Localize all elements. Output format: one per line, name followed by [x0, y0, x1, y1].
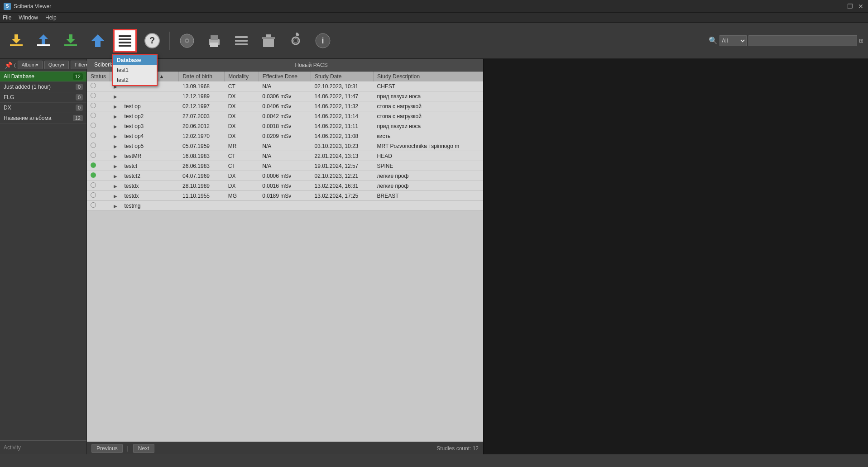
sidebar-badge-all: 12: [73, 73, 83, 80]
delete-button[interactable]: [257, 29, 280, 52]
svg-text:?: ?: [149, 35, 155, 45]
expand-icon[interactable]: ▶: [114, 154, 117, 159]
table-row[interactable]: ▶ test op 02.12.1997 DX 0.0406 mSv 14.06…: [87, 101, 483, 111]
col-dob[interactable]: Date of birth: [179, 71, 225, 81]
col-study-desc[interactable]: Study Description: [374, 71, 483, 81]
title-bar: S Sciberia Viewer — ❐ ✕: [0, 0, 868, 13]
cell-status: [87, 131, 110, 141]
expand-icon[interactable]: ▶: [114, 104, 117, 109]
col-study-date[interactable]: Study Date: [311, 71, 374, 81]
cell-expand[interactable]: ▶: [110, 201, 121, 211]
cell-study-desc: CHEST: [374, 81, 483, 91]
sidebar-item-flg[interactable]: FLG 0: [0, 92, 86, 103]
cell-study-date: 13.02.2024, 17:25: [311, 191, 374, 201]
cell-name: test op5: [121, 141, 179, 151]
col-modality[interactable]: Modality: [225, 71, 259, 81]
menu-bar: File Window Help: [0, 13, 868, 23]
album-filter-button[interactable]: Album▾: [18, 61, 43, 69]
expand-icon[interactable]: ▶: [114, 124, 117, 129]
expand-icon[interactable]: ▶: [114, 184, 117, 189]
sidebar-item-dx[interactable]: DX 0: [0, 103, 86, 113]
expand-icon[interactable]: ▶: [114, 164, 117, 169]
cell-expand[interactable]: ▶: [110, 181, 121, 191]
download-green-button[interactable]: [59, 29, 82, 52]
query-filter-button[interactable]: Query▾: [44, 61, 69, 69]
db-item-test2[interactable]: test2: [113, 75, 157, 85]
expand-icon[interactable]: ▶: [114, 174, 117, 179]
settings-button[interactable]: [284, 29, 307, 52]
menu-help[interactable]: Help: [45, 14, 57, 21]
search-filter-select[interactable]: All: [719, 35, 747, 46]
sidebar-item-album[interactable]: Название альбома 12: [0, 113, 86, 124]
upload-button[interactable]: [32, 29, 55, 52]
info-button[interactable]: i: [311, 29, 335, 52]
expand-icon[interactable]: ▶: [114, 114, 117, 119]
menu-file[interactable]: File: [3, 14, 11, 21]
expand-icon[interactable]: ▶: [114, 144, 117, 149]
cell-name: test op4: [121, 131, 179, 141]
print-button[interactable]: [202, 29, 226, 52]
sidebar-item-all-database[interactable]: All Database 12: [0, 71, 86, 82]
patient-table: Status Patient Name ▲ Date of birth Moda…: [87, 71, 483, 211]
cell-study-desc: HEAD: [374, 151, 483, 161]
help-button[interactable]: ?: [140, 29, 164, 52]
download-button[interactable]: [5, 29, 28, 52]
list-button[interactable]: [230, 29, 253, 52]
previous-button[interactable]: Previous: [91, 444, 123, 453]
cell-status: [87, 191, 110, 201]
search-expand-icon[interactable]: ⊞: [859, 38, 863, 44]
cell-name: test op2: [121, 111, 179, 121]
cell-expand[interactable]: ▶: [110, 91, 121, 101]
cell-expand[interactable]: ▶: [110, 101, 121, 111]
cell-expand[interactable]: ▶: [110, 191, 121, 201]
cell-expand[interactable]: ▶: [110, 151, 121, 161]
cell-modality: DX: [225, 111, 259, 121]
expand-icon[interactable]: ▶: [114, 94, 117, 99]
table-row[interactable]: ▶ 12.12.1989 DX 0.0306 mSv 14.06.2022, 1…: [87, 91, 483, 101]
svg-rect-4: [119, 38, 131, 40]
table-row[interactable]: ▶ testct 26.06.1983 CT N/A 19.01.2024, 1…: [87, 161, 483, 171]
expand-icon[interactable]: ▶: [114, 204, 117, 209]
sidebar-item-just-added[interactable]: Just added (1 hour) 0: [0, 82, 86, 92]
cell-dose: 0.0042 mSv: [259, 111, 311, 121]
search-area: 🔍 All ⊞: [709, 35, 863, 46]
pin-icon[interactable]: 📌: [5, 62, 12, 69]
menu-window[interactable]: Window: [19, 14, 38, 21]
cell-status: [87, 161, 110, 171]
table-row[interactable]: ▶ test op5 05.07.1959 MR N/A 03.10.2023,…: [87, 141, 483, 151]
expand-icon[interactable]: ▶: [114, 134, 117, 139]
table-row[interactable]: ▶ test op3 20.06.2012 DX 0.0018 mSv 14.0…: [87, 121, 483, 131]
db-dropdown: Database test1 test2: [112, 54, 158, 86]
next-button[interactable]: Next: [133, 444, 154, 453]
cell-status: [87, 171, 110, 181]
tab-pacs[interactable]: Новый PACS: [139, 59, 483, 71]
cell-study-date: 03.10.2023, 10:23: [311, 141, 374, 151]
db-item-test1[interactable]: test1: [113, 65, 157, 75]
cell-expand[interactable]: ▶: [110, 171, 121, 181]
table-row[interactable]: ▶ test op2 27.07.2003 DX 0.0042 mSv 14.0…: [87, 111, 483, 121]
cell-expand[interactable]: ▶: [110, 121, 121, 131]
cell-expand[interactable]: ▶: [110, 161, 121, 171]
cell-expand[interactable]: ▶: [110, 131, 121, 141]
table-row[interactable]: ▶ testdx 28.10.1989 DX 0.0016 mSv 13.02.…: [87, 181, 483, 191]
svg-point-11: [186, 40, 188, 42]
cell-modality: DX: [225, 91, 259, 101]
table-row[interactable]: ▶ testdx 11.10.1955 MG 0.0189 mSv 13.02.…: [87, 191, 483, 201]
table-row[interactable]: ▶ testct2 04.07.1969 DX 0.0006 mSv 02.10…: [87, 171, 483, 181]
cd-button[interactable]: [175, 29, 199, 52]
cell-expand[interactable]: ▶: [110, 111, 121, 121]
cell-dob: 05.07.1959: [179, 141, 225, 151]
col-dose[interactable]: Effective Dose: [259, 71, 311, 81]
svg-rect-19: [266, 34, 271, 37]
cell-expand[interactable]: ▶: [110, 141, 121, 151]
database-button[interactable]: [113, 29, 137, 52]
table-row[interactable]: ▶ test op4 12.02.1970 DX 0.0209 mSv 14.0…: [87, 131, 483, 141]
table-row[interactable]: ▶ testMR 16.08.1983 CT N/A 22.01.2024, 1…: [87, 151, 483, 161]
arrow-up-button[interactable]: [86, 29, 110, 52]
minimize-button[interactable]: —: [835, 3, 843, 10]
close-button[interactable]: ✕: [857, 3, 864, 10]
restore-button[interactable]: ❐: [846, 3, 854, 10]
search-input[interactable]: [748, 35, 857, 46]
expand-icon[interactable]: ▶: [114, 194, 117, 199]
table-row[interactable]: ▶ testmg: [87, 201, 483, 211]
